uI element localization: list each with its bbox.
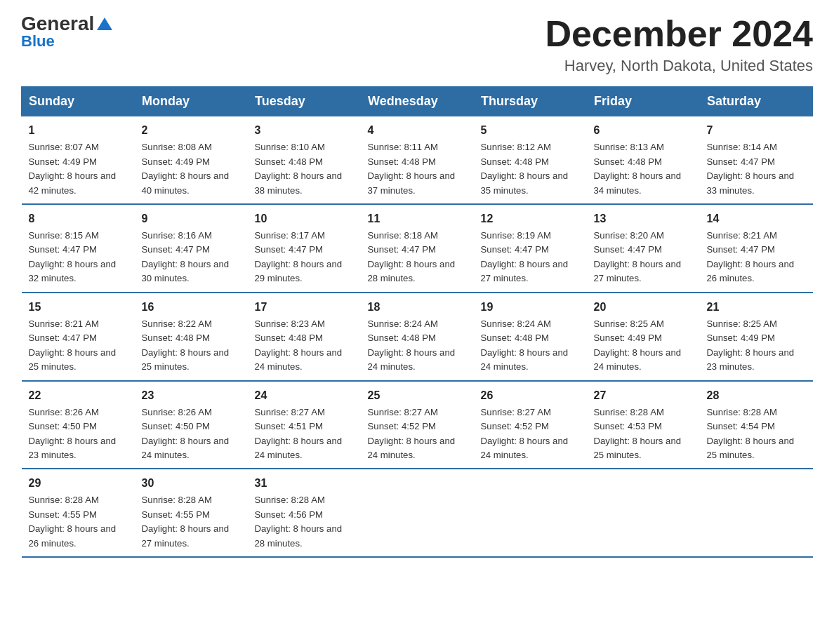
logo-general: General [21,14,112,34]
col-wednesday: Wednesday [361,87,474,116]
day-info: Sunrise: 8:20 AMSunset: 4:47 PMDaylight:… [594,230,682,283]
day-number: 12 [481,210,580,227]
table-row: 7 Sunrise: 8:14 AMSunset: 4:47 PMDayligh… [700,116,813,204]
table-row: 8 Sunrise: 8:15 AMSunset: 4:47 PMDayligh… [22,204,135,293]
day-info: Sunrise: 8:24 AMSunset: 4:48 PMDaylight:… [481,318,569,372]
day-info: Sunrise: 8:28 AMSunset: 4:55 PMDaylight:… [142,495,230,548]
day-number: 20 [594,299,693,316]
day-number: 19 [481,299,580,316]
day-info: Sunrise: 8:27 AMSunset: 4:52 PMDaylight:… [481,407,569,460]
day-number: 1 [29,122,128,139]
day-info: Sunrise: 8:21 AMSunset: 4:47 PMDaylight:… [29,318,117,372]
table-row [700,469,813,557]
col-saturday: Saturday [700,87,813,116]
table-row: 10 Sunrise: 8:17 AMSunset: 4:47 PMDaylig… [248,204,361,293]
day-info: Sunrise: 8:24 AMSunset: 4:48 PMDaylight:… [368,318,456,372]
day-info: Sunrise: 8:26 AMSunset: 4:50 PMDaylight:… [142,407,230,460]
table-row: 30 Sunrise: 8:28 AMSunset: 4:55 PMDaylig… [135,469,248,557]
title-block: December 2024 Harvey, North Dakota, Unit… [545,14,813,75]
day-info: Sunrise: 8:28 AMSunset: 4:55 PMDaylight:… [29,495,117,548]
table-row: 5 Sunrise: 8:12 AMSunset: 4:48 PMDayligh… [474,116,587,204]
day-number: 21 [707,299,806,316]
col-monday: Monday [135,87,248,116]
logo: General Blue [21,14,112,51]
main-title: December 2024 [545,14,813,54]
day-info: Sunrise: 8:22 AMSunset: 4:48 PMDaylight:… [142,318,230,372]
day-number: 11 [368,210,467,227]
logo-general-text: General [21,13,94,34]
day-number: 6 [594,122,693,139]
subtitle: Harvey, North Dakota, United States [545,57,813,75]
day-info: Sunrise: 8:18 AMSunset: 4:47 PMDaylight:… [368,230,456,283]
table-row: 27 Sunrise: 8:28 AMSunset: 4:53 PMDaylig… [587,381,700,469]
table-row: 4 Sunrise: 8:11 AMSunset: 4:48 PMDayligh… [361,116,474,204]
table-row: 23 Sunrise: 8:26 AMSunset: 4:50 PMDaylig… [135,381,248,469]
day-number: 18 [368,299,467,316]
page-header: General Blue December 2024 Harvey, North… [21,14,813,75]
table-row: 3 Sunrise: 8:10 AMSunset: 4:48 PMDayligh… [248,116,361,204]
day-number: 5 [481,122,580,139]
day-info: Sunrise: 8:23 AMSunset: 4:48 PMDaylight:… [255,318,343,372]
table-row: 17 Sunrise: 8:23 AMSunset: 4:48 PMDaylig… [248,293,361,381]
day-number: 9 [142,210,241,227]
day-number: 23 [142,387,241,404]
table-row: 31 Sunrise: 8:28 AMSunset: 4:56 PMDaylig… [248,469,361,557]
table-row: 15 Sunrise: 8:21 AMSunset: 4:47 PMDaylig… [22,293,135,381]
table-row: 22 Sunrise: 8:26 AMSunset: 4:50 PMDaylig… [22,381,135,469]
table-row: 29 Sunrise: 8:28 AMSunset: 4:55 PMDaylig… [22,469,135,557]
day-number: 15 [29,299,128,316]
table-row: 11 Sunrise: 8:18 AMSunset: 4:47 PMDaylig… [361,204,474,293]
day-info: Sunrise: 8:27 AMSunset: 4:51 PMDaylight:… [255,407,343,460]
calendar-week-row: 8 Sunrise: 8:15 AMSunset: 4:47 PMDayligh… [22,204,813,293]
table-row [587,469,700,557]
calendar-week-row: 22 Sunrise: 8:26 AMSunset: 4:50 PMDaylig… [22,381,813,469]
calendar-week-row: 1 Sunrise: 8:07 AMSunset: 4:49 PMDayligh… [22,116,813,204]
day-number: 30 [142,475,241,492]
day-info: Sunrise: 8:25 AMSunset: 4:49 PMDaylight:… [594,318,682,372]
day-info: Sunrise: 8:28 AMSunset: 4:53 PMDaylight:… [594,407,682,460]
day-info: Sunrise: 8:13 AMSunset: 4:48 PMDaylight:… [594,142,682,195]
day-info: Sunrise: 8:28 AMSunset: 4:54 PMDaylight:… [707,407,795,460]
table-row: 18 Sunrise: 8:24 AMSunset: 4:48 PMDaylig… [361,293,474,381]
table-row: 9 Sunrise: 8:16 AMSunset: 4:47 PMDayligh… [135,204,248,293]
table-row: 2 Sunrise: 8:08 AMSunset: 4:49 PMDayligh… [135,116,248,204]
day-info: Sunrise: 8:12 AMSunset: 4:48 PMDaylight:… [481,142,569,195]
day-info: Sunrise: 8:26 AMSunset: 4:50 PMDaylight:… [29,407,117,460]
day-number: 25 [368,387,467,404]
day-number: 31 [255,475,354,492]
table-row: 24 Sunrise: 8:27 AMSunset: 4:51 PMDaylig… [248,381,361,469]
day-number: 24 [255,387,354,404]
day-number: 4 [368,122,467,139]
col-friday: Friday [587,87,700,116]
table-row: 19 Sunrise: 8:24 AMSunset: 4:48 PMDaylig… [474,293,587,381]
table-row: 12 Sunrise: 8:19 AMSunset: 4:47 PMDaylig… [474,204,587,293]
logo-triangle-icon [97,18,112,30]
day-number: 29 [29,475,128,492]
day-info: Sunrise: 8:08 AMSunset: 4:49 PMDaylight:… [142,142,230,195]
table-row: 21 Sunrise: 8:25 AMSunset: 4:49 PMDaylig… [700,293,813,381]
table-row: 1 Sunrise: 8:07 AMSunset: 4:49 PMDayligh… [22,116,135,204]
day-number: 10 [255,210,354,227]
day-info: Sunrise: 8:14 AMSunset: 4:47 PMDaylight:… [707,142,795,195]
col-thursday: Thursday [474,87,587,116]
day-number: 7 [707,122,806,139]
day-info: Sunrise: 8:21 AMSunset: 4:47 PMDaylight:… [707,230,795,283]
calendar-week-row: 29 Sunrise: 8:28 AMSunset: 4:55 PMDaylig… [22,469,813,557]
day-number: 16 [142,299,241,316]
calendar-week-row: 15 Sunrise: 8:21 AMSunset: 4:47 PMDaylig… [22,293,813,381]
day-number: 13 [594,210,693,227]
day-number: 22 [29,387,128,404]
day-number: 14 [707,210,806,227]
day-number: 3 [255,122,354,139]
day-number: 27 [594,387,693,404]
col-tuesday: Tuesday [248,87,361,116]
day-info: Sunrise: 8:07 AMSunset: 4:49 PMDaylight:… [29,142,117,195]
calendar-header-row: Sunday Monday Tuesday Wednesday Thursday… [22,87,813,116]
table-row: 26 Sunrise: 8:27 AMSunset: 4:52 PMDaylig… [474,381,587,469]
table-row: 25 Sunrise: 8:27 AMSunset: 4:52 PMDaylig… [361,381,474,469]
col-sunday: Sunday [22,87,135,116]
day-number: 28 [707,387,806,404]
table-row: 13 Sunrise: 8:20 AMSunset: 4:47 PMDaylig… [587,204,700,293]
day-number: 17 [255,299,354,316]
table-row: 14 Sunrise: 8:21 AMSunset: 4:47 PMDaylig… [700,204,813,293]
